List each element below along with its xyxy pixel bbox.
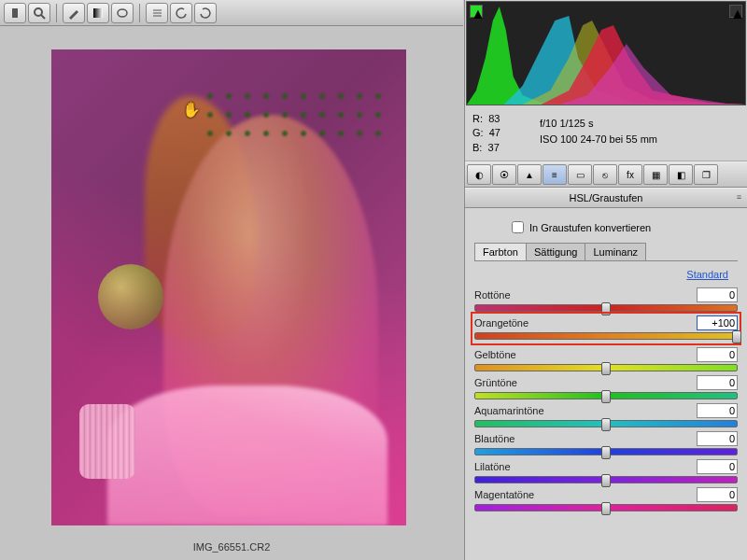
- slider-label: Blautöne: [474, 433, 514, 444]
- histogram[interactable]: ▲ ▲: [466, 1, 746, 105]
- slider-track[interactable]: [474, 420, 738, 427]
- ellipse-tool-icon[interactable]: [111, 3, 134, 23]
- slider-track[interactable]: [474, 332, 738, 340]
- slider-thumb[interactable]: [732, 330, 741, 343]
- svg-rect-0: [12, 8, 18, 18]
- tab-saturation[interactable]: Sättigung: [526, 243, 585, 260]
- hand-cursor-icon: ✋: [182, 101, 201, 119]
- tab-hue[interactable]: Farbton: [474, 243, 527, 260]
- zoom-tool-icon[interactable]: [28, 3, 50, 23]
- side-panel: ▲ ▲ R: 83 G: 47 B: 37 f/10 1/125 s ISO 1…: [464, 0, 747, 560]
- slider-thumb[interactable]: [601, 446, 611, 459]
- b-value: 37: [488, 142, 500, 153]
- hsl-panel-icon[interactable]: ≡: [543, 164, 567, 185]
- slider-thumb[interactable]: [601, 362, 611, 375]
- slider-thumb[interactable]: [601, 502, 611, 515]
- rotate-cw-icon[interactable]: [194, 3, 217, 23]
- slider-label: Gelbtöne: [474, 349, 516, 360]
- toolbar-separator: [56, 4, 57, 22]
- highlight-clip-indicator[interactable]: ▲: [729, 5, 742, 18]
- slider-label: Lilatöne: [474, 461, 511, 472]
- grayscale-label: In Graustufen konvertieren: [529, 222, 651, 233]
- lens-panel-icon[interactable]: ⎋: [593, 164, 617, 185]
- slider-value-input[interactable]: [697, 375, 738, 390]
- slider-value-input[interactable]: [697, 347, 738, 362]
- basic-panel-icon[interactable]: ◐: [467, 164, 491, 185]
- slider-label: Orangetöne: [474, 317, 529, 329]
- exif-line1: f/10 1/125 s: [540, 116, 740, 132]
- image-info: R: 83 G: 47 B: 37 f/10 1/125 s ISO 100 2…: [465, 106, 747, 161]
- brush-tool-icon[interactable]: [63, 3, 85, 23]
- slider-track[interactable]: [474, 476, 738, 483]
- slider-row-grüntöne: Grüntöne: [474, 375, 738, 399]
- detail-panel-icon[interactable]: ▲: [517, 164, 542, 185]
- default-link[interactable]: Standard: [474, 265, 738, 284]
- slider-value-input[interactable]: [697, 459, 738, 474]
- slider-track[interactable]: [474, 304, 738, 312]
- gradient-tool-icon[interactable]: [87, 3, 109, 23]
- list-tool-icon[interactable]: [146, 3, 168, 23]
- slider-value-input[interactable]: [697, 403, 738, 418]
- hsl-section-body: In Graustufen konvertieren Farbton Sätti…: [465, 208, 747, 560]
- toolbar-separator: [139, 4, 140, 22]
- curve-panel-icon[interactable]: ⦿: [492, 164, 516, 185]
- slider-track[interactable]: [474, 448, 738, 455]
- slider-value-input[interactable]: [697, 431, 738, 446]
- g-value: 47: [489, 127, 500, 138]
- r-value: 83: [488, 113, 500, 124]
- svg-point-1: [35, 8, 42, 16]
- slider-row-aquamarintöne: Aquamarintöne: [474, 403, 738, 427]
- svg-point-4: [118, 9, 127, 17]
- slider-label: Grüntöne: [474, 377, 517, 388]
- slider-row-lilatöne: Lilatöne: [474, 459, 738, 483]
- svg-rect-3: [93, 8, 103, 18]
- hsl-tabs: Farbton Sättigung Luminanz: [474, 243, 738, 261]
- slider-label: Magentatöne: [474, 489, 534, 500]
- slider-track[interactable]: [474, 364, 738, 371]
- rotate-ccw-icon[interactable]: [170, 3, 192, 23]
- toolbar: [0, 0, 463, 26]
- exif-line2: ISO 100 24-70 bei 55 mm: [540, 132, 740, 147]
- slider-thumb[interactable]: [601, 474, 611, 487]
- hand-tool-icon[interactable]: [4, 3, 26, 23]
- slider-thumb[interactable]: [601, 390, 611, 403]
- grayscale-checkbox[interactable]: [512, 221, 524, 233]
- section-header: HSL/Graustufen ≡: [465, 188, 747, 208]
- b-label: B:: [472, 142, 482, 153]
- fx-panel-icon[interactable]: fx: [618, 164, 642, 185]
- slider-track[interactable]: [474, 392, 738, 399]
- image-preview[interactable]: ✋: [51, 49, 406, 525]
- slider-row-magentatöne: Magentatöne: [474, 487, 738, 511]
- slider-row-gelbtöne: Gelbtöne: [474, 347, 738, 371]
- tab-luminance[interactable]: Luminanz: [585, 243, 646, 260]
- panel-tab-icons: ◐ ⦿ ▲ ≡ ▭ ⎋ fx ▦ ◧ ❐: [465, 161, 747, 188]
- filename-label: IMG_66551.CR2: [0, 541, 463, 553]
- g-label: G:: [472, 127, 484, 138]
- r-label: R:: [472, 113, 483, 124]
- svg-line-2: [41, 15, 45, 19]
- slider-label: Rottöne: [474, 289, 511, 301]
- slider-value-input[interactable]: [697, 287, 738, 302]
- presets-panel-icon[interactable]: ◧: [669, 164, 693, 185]
- snapshot-panel-icon[interactable]: ❐: [694, 164, 718, 185]
- section-menu-icon[interactable]: ≡: [737, 192, 741, 202]
- slider-row-orangetöne: Orangetöne: [472, 314, 740, 343]
- main-canvas-area: ✋ IMG_66551.CR2: [0, 26, 463, 560]
- split-panel-icon[interactable]: ▭: [568, 164, 592, 185]
- calib-panel-icon[interactable]: ▦: [643, 164, 668, 185]
- slider-row-rottöne: Rottöne: [474, 287, 738, 312]
- slider-value-input[interactable]: [697, 487, 738, 502]
- section-title: HSL/Graustufen: [570, 192, 643, 203]
- slider-row-blautöne: Blautöne: [474, 431, 738, 455]
- slider-value-input[interactable]: [697, 315, 738, 330]
- shadow-clip-indicator[interactable]: ▲: [470, 5, 483, 18]
- slider-thumb[interactable]: [601, 418, 611, 431]
- slider-track[interactable]: [474, 504, 738, 511]
- slider-label: Aquamarintöne: [474, 405, 544, 416]
